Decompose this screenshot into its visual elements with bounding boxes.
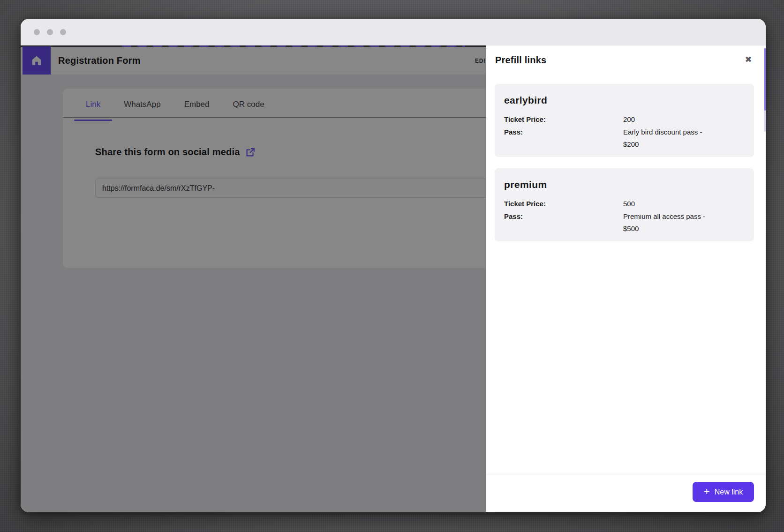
detail-value: Early bird discount pass - $200 bbox=[623, 126, 702, 150]
plus-icon: + bbox=[704, 487, 710, 497]
detail-row: Ticket Price: 200 bbox=[504, 113, 745, 126]
prefill-link-name: premium bbox=[504, 179, 745, 191]
detail-value: Premium all access pass - $500 bbox=[623, 210, 705, 235]
prefill-links-drawer: Prefill links ✖ earlybird Ticket Price: … bbox=[486, 45, 766, 512]
window-control-dot[interactable] bbox=[47, 29, 53, 35]
drawer-scrollbar-thumb[interactable] bbox=[764, 48, 766, 111]
detail-label: Ticket Price: bbox=[504, 113, 623, 126]
detail-row: Pass: Premium all access pass - $500 bbox=[504, 210, 745, 235]
new-link-button[interactable]: + New link bbox=[693, 482, 754, 502]
prefill-link-details: Ticket Price: 500 Pass: Premium all acce… bbox=[504, 198, 745, 235]
close-icon[interactable]: ✖ bbox=[743, 54, 754, 65]
drawer-title: Prefill links bbox=[495, 55, 546, 66]
detail-label: Ticket Price: bbox=[504, 198, 623, 210]
footer-divider bbox=[486, 474, 766, 474]
prefill-link-name: earlybird bbox=[504, 94, 745, 106]
app-page: Registration Form EDI Link WhatsApp Embe… bbox=[21, 45, 766, 512]
window-titlebar bbox=[21, 19, 766, 45]
window-control-dot[interactable] bbox=[60, 29, 66, 35]
window-control-dot[interactable] bbox=[34, 29, 40, 35]
detail-label: Pass: bbox=[504, 210, 623, 235]
new-link-button-label: New link bbox=[715, 488, 743, 496]
detail-value: 200 bbox=[623, 113, 635, 126]
detail-row: Ticket Price: 500 bbox=[504, 198, 745, 210]
prefill-link-item[interactable]: earlybird Ticket Price: 200 Pass: Early … bbox=[495, 84, 754, 157]
detail-row: Pass: Early bird discount pass - $200 bbox=[504, 126, 745, 150]
prefill-link-item[interactable]: premium Ticket Price: 500 Pass: Premium … bbox=[495, 168, 754, 241]
prefill-link-details: Ticket Price: 200 Pass: Early bird disco… bbox=[504, 113, 745, 150]
drawer-scrollbar-track bbox=[764, 111, 766, 132]
detail-label: Pass: bbox=[504, 126, 623, 150]
detail-value: 500 bbox=[623, 198, 635, 210]
browser-window: Registration Form EDI Link WhatsApp Embe… bbox=[21, 19, 766, 512]
